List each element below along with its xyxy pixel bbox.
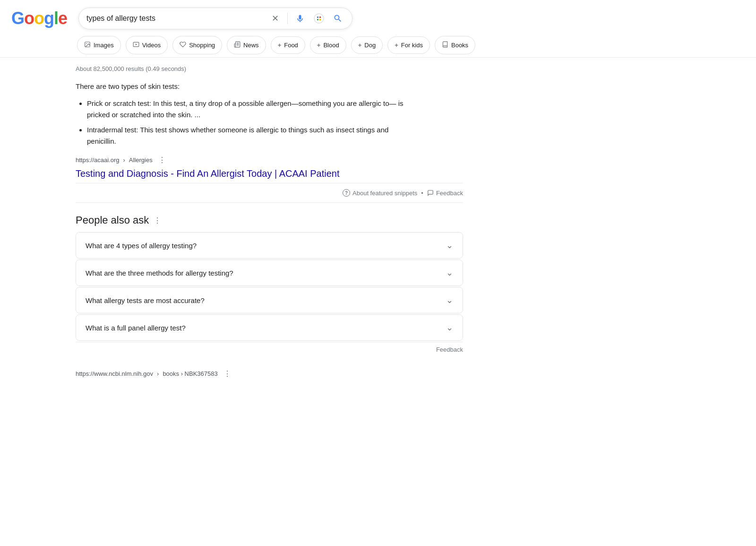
- results-container: About 82,500,000 results (0.49 seconds) …: [0, 58, 567, 390]
- shopping-icon: [180, 41, 186, 49]
- featured-snippet: There are two types of skin tests: Prick…: [76, 81, 416, 179]
- clear-icon[interactable]: ✕: [268, 12, 282, 25]
- svg-point-2: [86, 43, 87, 44]
- paa-question-1[interactable]: What are 4 types of allergy testing? ⌄: [76, 233, 463, 258]
- microphone-icon[interactable]: [293, 12, 307, 25]
- tab-videos[interactable]: Videos: [126, 36, 168, 54]
- dot-separator: •: [421, 190, 423, 197]
- second-source-chevron: ›: [157, 370, 159, 377]
- tab-books[interactable]: Books: [435, 36, 475, 54]
- plus-blood-icon: +: [317, 42, 321, 49]
- second-source-line: https://www.ncbi.nlm.nih.gov › books › N…: [76, 368, 416, 379]
- paa-item-2: What are the three methods for allergy t…: [76, 260, 463, 286]
- svg-marker-4: [135, 43, 137, 45]
- tab-shopping[interactable]: Shopping: [172, 36, 222, 54]
- paa-question-2[interactable]: What are the three methods for allergy t…: [76, 260, 463, 286]
- paa-footer: Feedback: [76, 342, 463, 357]
- second-result: https://www.ncbi.nlm.nih.gov › books › N…: [76, 368, 416, 379]
- source-line: https://acaai.org › Allergies ⋮: [76, 155, 416, 165]
- results-count: About 82,500,000 results (0.49 seconds): [76, 65, 491, 72]
- tab-news[interactable]: News: [227, 36, 266, 54]
- source-three-dot[interactable]: ⋮: [156, 155, 168, 165]
- tab-forkids[interactable]: + For kids: [387, 36, 430, 54]
- source-chevron: ›: [123, 156, 125, 164]
- snippet-bullet-1: Prick or scratch test: In this test, a t…: [87, 98, 416, 121]
- snippet-bullet-2: Intradermal test: This test shows whethe…: [87, 124, 416, 147]
- search-icon-group: ✕: [268, 12, 344, 25]
- paa-chevron-3: ⌄: [446, 295, 453, 305]
- source-url: https://acaai.org: [76, 156, 120, 164]
- second-source-breadcrumb: books › NBK367583: [163, 370, 217, 377]
- snippet-footer: ? About featured snippets • Feedback: [76, 183, 463, 203]
- tab-dog[interactable]: + Dog: [351, 36, 383, 54]
- divider: [287, 13, 288, 24]
- search-input[interactable]: types of allergy tests: [86, 14, 264, 23]
- paa-header: People also ask ⋮: [76, 214, 463, 226]
- books-icon: [442, 41, 448, 49]
- plus-forkids-icon: +: [395, 42, 398, 49]
- videos-icon: [133, 41, 139, 49]
- result-title-link[interactable]: Testing and Diagnosis - Find An Allergis…: [76, 168, 416, 179]
- news-icon: [234, 41, 241, 49]
- about-snippets-text: About featured snippets: [352, 190, 417, 197]
- paa-item-1: What are 4 types of allergy testing? ⌄: [76, 232, 463, 259]
- plus-food-icon: +: [278, 42, 282, 49]
- second-three-dot[interactable]: ⋮: [222, 368, 233, 379]
- google-lens-icon[interactable]: [312, 12, 326, 25]
- paa-feedback-link[interactable]: Feedback: [436, 346, 463, 353]
- snippet-intro: There are two types of skin tests:: [76, 81, 416, 92]
- paa-three-dot[interactable]: ⋮: [154, 216, 161, 225]
- people-also-ask-section: People also ask ⋮ What are 4 types of al…: [76, 214, 463, 357]
- tab-images[interactable]: Images: [77, 36, 121, 54]
- paa-item-3: What allergy tests are most accurate? ⌄: [76, 287, 463, 313]
- tab-food[interactable]: + Food: [271, 36, 305, 54]
- help-circle-icon: ?: [343, 189, 350, 197]
- paa-item-4: What is a full panel allergy test? ⌄: [76, 314, 463, 341]
- nav-tabs: Images Videos Shopping News + Food + Blo…: [0, 33, 756, 58]
- svg-point-0: [314, 14, 324, 23]
- feedback-icon: [427, 190, 434, 196]
- paa-chevron-2: ⌄: [446, 268, 453, 278]
- second-source-url: https://www.ncbi.nlm.nih.gov: [76, 370, 153, 377]
- about-snippets-item[interactable]: ? About featured snippets: [343, 189, 417, 197]
- source-breadcrumb: Allergies: [129, 156, 153, 164]
- snippet-feedback-text: Feedback: [436, 190, 463, 197]
- paa-chevron-4: ⌄: [446, 322, 453, 333]
- paa-title: People also ask: [76, 214, 149, 226]
- plus-dog-icon: +: [358, 42, 362, 49]
- snippet-list: Prick or scratch test: In this test, a t…: [76, 98, 416, 147]
- images-icon: [84, 41, 91, 49]
- search-button[interactable]: [331, 12, 344, 25]
- paa-question-3[interactable]: What allergy tests are most accurate? ⌄: [76, 287, 463, 313]
- snippet-feedback-item[interactable]: Feedback: [427, 190, 463, 197]
- google-logo: Google: [11, 9, 67, 28]
- header: Google types of allergy tests ✕: [0, 0, 756, 33]
- paa-chevron-1: ⌄: [446, 240, 453, 251]
- tab-blood[interactable]: + Blood: [310, 36, 346, 54]
- search-bar: types of allergy tests ✕: [78, 8, 352, 29]
- paa-question-4[interactable]: What is a full panel allergy test? ⌄: [76, 315, 463, 340]
